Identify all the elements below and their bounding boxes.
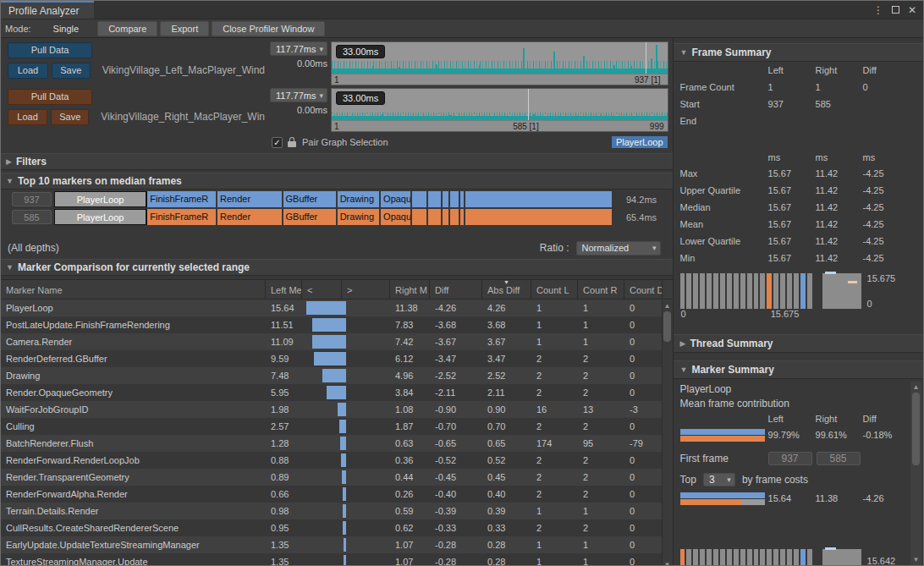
marker-segment[interactable] [460,191,466,207]
marker-segment[interactable] [450,191,459,207]
table-row[interactable]: PlayerLoop15.6411.38-4.264.26110 [1,299,673,316]
marker-summary-header[interactable]: ▼ Marker Summary [674,360,923,379]
comparison-section-header[interactable]: ▼ Marker Comparison for currently select… [1,259,673,276]
marker-name-cell: Drawing [1,367,266,384]
save-button-right[interactable]: Save [51,109,89,125]
table-row[interactable]: EarlyUpdate.UpdateTextureStreamingManage… [1,536,673,553]
table-row[interactable]: WaitForJobGroupID1.981.08-0.900.901613-3 [1,401,673,418]
scroll-up-icon[interactable]: ▲ [664,300,671,311]
table-row[interactable]: RenderDeferred.GBuffer9.596.12-3.473.472… [1,350,673,367]
mode-single-button[interactable]: Single [43,21,90,36]
pull-data-button-right[interactable]: Pull Data [8,89,92,105]
top10-row: 585PlayerLoopFinishFrameRRenderGBufferDr… [12,209,673,225]
value-cell [342,384,390,401]
value-cell: 4.96 [390,367,430,384]
marker-segment[interactable] [460,209,466,225]
scroll-down-icon[interactable]: ▼ [913,554,920,565]
marker-segment[interactable] [428,209,443,225]
marker-segment[interactable]: Render [217,209,283,225]
table-row[interactable]: TextureStreamingManager.Update1.351.07-0… [1,553,673,566]
export-button[interactable]: Export [160,21,209,36]
maximize-icon[interactable] [892,6,899,14]
pair-graph-checkbox[interactable]: ✓ [272,137,283,148]
marker-segment[interactable]: Drawing [338,191,381,207]
table-row[interactable]: Camera.Render11.097.42-3.673.67110 [1,333,673,350]
column-header-marker-name[interactable]: Marker Name [1,280,266,299]
close-profiler-window-button[interactable]: Close Profiler Window [212,21,325,36]
marker-segment[interactable]: Opaqu [381,191,412,207]
column-header-count-r[interactable]: Count R [578,280,624,299]
pull-data-button-left[interactable]: Pull Data [8,42,92,58]
marker-segment[interactable]: FinishFrameR [147,209,217,225]
marker-segment[interactable] [465,191,613,207]
column-header--[interactable]: < [302,280,342,299]
filters-section-header[interactable]: ▶ Filters [1,153,673,170]
table-scrollbar[interactable]: ▲ ▼ [662,300,673,566]
save-button-left[interactable]: Save [52,63,91,79]
column-header-diff[interactable]: Diff [430,280,482,299]
frame-graph-left[interactable]: 33.00ms 1 937 [1] [331,41,668,85]
marker-segment[interactable] [428,191,443,207]
table-row[interactable]: Drawing7.484.96-2.522.52220 [1,367,673,384]
lock-icon[interactable] [288,137,296,147]
panel-scrollbar[interactable]: ▲ ▼ [910,382,921,565]
scroll-up-icon[interactable]: ▲ [913,382,920,393]
scrollbar-thumb[interactable] [663,311,671,342]
column-header-right-m[interactable]: Right M [390,280,430,299]
table-row[interactable]: RenderForwardAlpha.Render0.660.26-0.400.… [1,486,673,503]
close-icon[interactable]: ✕ [908,4,916,16]
menu-icon[interactable]: ⋮ [873,4,883,16]
load-button-right[interactable]: Load [8,109,47,125]
marker-segment[interactable] [443,209,450,225]
top-n-dropdown[interactable]: 3▾ [703,473,735,486]
column-header-count-d[interactable]: Count D [624,280,663,299]
marker-segment[interactable]: PlayerLoop [54,209,147,225]
table-row[interactable]: RenderForward.RenderLoopJob0.880.36-0.52… [1,452,673,469]
histogram-bar [767,273,772,309]
frame-graph-right[interactable]: 33.00ms 1 585 [1] 999 [331,88,668,132]
marker-segment[interactable]: FinishFrameR [147,191,217,207]
table-row[interactable]: Culling2.571.87-0.700.70220 [1,418,673,435]
marker-segment[interactable]: GBuffer [283,209,338,225]
marker-segment[interactable]: PlayerLoop [54,191,147,207]
range-max-dropdown-right[interactable]: 117.77ms▾ [270,88,327,102]
row-total-ms: 94.2ms [619,195,657,205]
ratio-label: Ratio : [540,242,569,254]
marker-segment[interactable]: Drawing [338,209,381,225]
table-row[interactable]: CullResults.CreateSharedRendererScene0.9… [1,519,673,536]
stat-value: -4.25 [863,236,910,246]
table-row[interactable]: Terrain.Details.Render0.980.59-0.390.391… [1,503,673,519]
table-row[interactable]: BatchRenderer.Flush1.280.63-0.650.651749… [1,435,673,452]
column-header-abs-diff[interactable]: Abs Diff▼ [482,280,531,299]
scroll-down-icon[interactable]: ▼ [664,559,671,566]
table-row[interactable]: Render.OpaqueGeometry5.953.84-2.112.1122… [1,384,673,401]
frame-number-button[interactable]: 585 [12,210,52,224]
selected-frame-label: 585 [1] [513,122,539,131]
top10-section-header[interactable]: ▼ Top 10 markers on median frames [1,173,673,190]
marker-segment[interactable]: Render [217,191,283,207]
thread-summary-header[interactable]: ▶ Thread Summary [674,334,923,353]
table-row[interactable]: Render.TransparentGeometry0.890.44-0.450… [1,469,673,486]
tab-profile-analyzer[interactable]: Profile Analyzer [1,1,94,19]
marker-segment[interactable] [412,209,427,225]
range-max-dropdown-left[interactable]: 117.77ms▾ [270,41,327,56]
first-frame-left-button[interactable]: 937 [768,452,812,465]
value-cell: 6.12 [390,350,430,367]
load-button-left[interactable]: Load [8,63,48,79]
table-row[interactable]: PostLateUpdate.FinishFrameRendering11.51… [1,316,673,333]
column-header--[interactable]: > [342,280,390,299]
marker-segment[interactable]: GBuffer [283,191,338,207]
ratio-dropdown[interactable]: Normalized▾ [576,241,661,256]
marker-segment[interactable] [465,209,613,225]
mode-compare-button[interactable]: Compare [97,21,157,36]
marker-segment[interactable] [443,191,450,207]
marker-segment[interactable] [412,191,427,207]
marker-segment[interactable]: Opaqu [381,209,412,225]
column-header-count-l[interactable]: Count L [531,280,578,299]
column-header-left-me[interactable]: Left Me [266,280,302,299]
frame-number-button[interactable]: 937 [12,192,52,206]
frame-summary-header[interactable]: ▼ Frame Summary [674,43,923,62]
first-frame-right-button[interactable]: 585 [817,452,861,465]
marker-segment[interactable] [450,209,459,225]
scrollbar-thumb[interactable] [912,393,920,465]
